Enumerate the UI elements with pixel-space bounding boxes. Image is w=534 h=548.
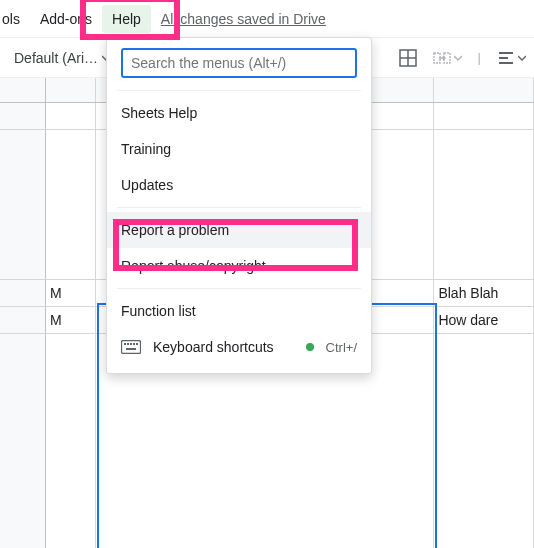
chevron-down-icon bbox=[518, 54, 526, 62]
font-selector[interactable]: Default (Ari… bbox=[8, 46, 98, 70]
horizontal-align-button[interactable] bbox=[497, 49, 526, 67]
help-item-updates[interactable]: Updates bbox=[107, 167, 371, 203]
divider bbox=[117, 207, 361, 208]
divider bbox=[117, 288, 361, 289]
menu-item-label: Updates bbox=[121, 177, 357, 193]
help-dropdown: Sheets Help Training Updates Report a pr… bbox=[106, 37, 372, 374]
menu-item-label: Keyboard shortcuts bbox=[153, 339, 294, 355]
keyboard-icon bbox=[121, 340, 141, 354]
cell[interactable]: M bbox=[46, 307, 96, 333]
column-header[interactable] bbox=[434, 78, 534, 102]
help-item-keyboard-shortcuts[interactable]: Keyboard shortcuts Ctrl+/ bbox=[107, 329, 371, 365]
merge-cells-button[interactable] bbox=[433, 49, 462, 67]
help-item-report-problem[interactable]: Report a problem bbox=[107, 212, 371, 248]
new-indicator-dot bbox=[306, 343, 314, 351]
menu-item-label: Report a problem bbox=[121, 222, 357, 238]
menu-search-input[interactable] bbox=[121, 48, 357, 78]
row-header[interactable] bbox=[0, 334, 46, 548]
borders-icon bbox=[399, 49, 417, 67]
align-left-icon bbox=[497, 49, 515, 67]
help-item-report-abuse[interactable]: Report abuse/copyright bbox=[107, 248, 371, 284]
menu-item-label: Training bbox=[121, 141, 357, 157]
cell[interactable] bbox=[46, 130, 96, 279]
cell[interactable] bbox=[434, 130, 534, 279]
menu-item-label: Report abuse/copyright bbox=[121, 258, 357, 274]
svg-rect-11 bbox=[130, 343, 132, 345]
row-header[interactable] bbox=[0, 307, 46, 333]
cell[interactable] bbox=[46, 334, 96, 548]
shortcut-hint: Ctrl+/ bbox=[326, 340, 357, 355]
cell[interactable]: Blah Blah bbox=[434, 280, 534, 306]
help-item-sheets-help[interactable]: Sheets Help bbox=[107, 95, 371, 131]
svg-rect-10 bbox=[127, 343, 129, 345]
svg-rect-13 bbox=[136, 343, 138, 345]
help-item-training[interactable]: Training bbox=[107, 131, 371, 167]
cell[interactable] bbox=[434, 103, 534, 129]
row-header[interactable] bbox=[0, 103, 46, 129]
merge-cells-icon bbox=[433, 49, 451, 67]
chevron-down-icon bbox=[454, 54, 462, 62]
column-header[interactable] bbox=[46, 78, 96, 102]
cell[interactable] bbox=[46, 103, 96, 129]
svg-rect-9 bbox=[124, 343, 126, 345]
borders-button[interactable] bbox=[399, 49, 417, 67]
divider bbox=[117, 90, 361, 91]
select-all-corner[interactable] bbox=[0, 78, 46, 102]
toolbar-separator: | bbox=[478, 50, 481, 65]
row-header[interactable] bbox=[0, 130, 46, 279]
menu-item-label: Function list bbox=[121, 303, 357, 319]
save-status[interactable]: All changes saved in Drive bbox=[161, 11, 326, 27]
help-item-function-list[interactable]: Function list bbox=[107, 293, 371, 329]
menu-addons[interactable]: Add-ons bbox=[30, 5, 102, 33]
svg-rect-8 bbox=[122, 341, 141, 354]
cell[interactable]: How dare bbox=[434, 307, 534, 333]
row-header[interactable] bbox=[0, 280, 46, 306]
menu-item-label: Sheets Help bbox=[121, 105, 357, 121]
menu-help[interactable]: Help bbox=[102, 5, 151, 33]
svg-rect-14 bbox=[126, 348, 136, 350]
cell[interactable]: M bbox=[46, 280, 96, 306]
svg-rect-12 bbox=[133, 343, 135, 345]
menu-bar: ols Add-ons Help All changes saved in Dr… bbox=[0, 0, 534, 38]
menu-tools[interactable]: ols bbox=[2, 5, 30, 33]
cell[interactable] bbox=[434, 334, 534, 548]
